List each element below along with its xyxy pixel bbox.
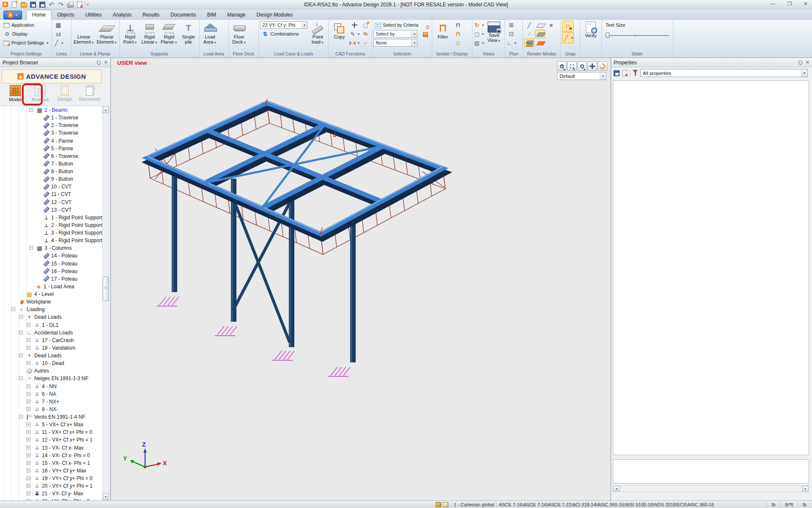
tree-item[interactable]: +⇊20 - VY+ Cf y+ Phi = 1 bbox=[0, 482, 102, 490]
beam-orange-button[interactable] bbox=[535, 39, 545, 47]
ghost-button[interactable]: ▦ bbox=[453, 39, 463, 47]
unit-moment[interactable]: lb*ft bbox=[782, 502, 796, 507]
view-preset-combo[interactable]: Default ▼ bbox=[557, 72, 606, 80]
scroll-down-icon[interactable]: ▼ bbox=[103, 493, 109, 500]
orbit-button[interactable] bbox=[598, 61, 607, 71]
app-logo[interactable]: A bbox=[1, 1, 9, 8]
tree-item[interactable]: 7 - Button bbox=[0, 160, 102, 168]
tree-item[interactable]: 2 - Traverse bbox=[0, 121, 102, 129]
print-icon[interactable] bbox=[66, 1, 74, 8]
expand-icon[interactable]: + bbox=[27, 491, 30, 495]
expand-icon[interactable]: + bbox=[27, 461, 30, 465]
plan-grid2-button[interactable]: ⊡ bbox=[506, 30, 516, 38]
tree-item[interactable]: −▦2 - Beams bbox=[0, 106, 102, 114]
scroll-right-icon[interactable]: ► bbox=[802, 486, 809, 491]
23-vy-cf-y-phi-combo[interactable]: 23 VY- Cf y- Phi▼ bbox=[260, 21, 307, 29]
scroll-left-icon[interactable]: ◄ bbox=[613, 486, 620, 491]
save-view-button[interactable]: Save View▼ bbox=[485, 21, 503, 44]
properties-hscrollbar[interactable]: ◄ ► bbox=[613, 486, 809, 492]
tree-item[interactable]: +⇊10 - Dead bbox=[0, 359, 102, 367]
expand-icon[interactable]: + bbox=[27, 484, 30, 488]
pin-icon[interactable] bbox=[96, 60, 102, 65]
collapse-icon[interactable]: − bbox=[19, 415, 23, 419]
qat-dropdown-icon[interactable]: ▼ bbox=[86, 3, 89, 6]
view-iso-button[interactable]: ▧▼ bbox=[474, 39, 484, 47]
status-model-icon[interactable] bbox=[436, 502, 441, 507]
isolate-grey-button[interactable]: ⊓ bbox=[453, 21, 463, 29]
tree-item[interactable]: −▼Dead Loads bbox=[0, 313, 102, 321]
slider-track[interactable] bbox=[606, 35, 669, 36]
tree-item[interactable]: 1 - Traverse bbox=[0, 114, 102, 121]
report-icon[interactable] bbox=[622, 70, 627, 76]
model-viewport[interactable]: Z Y X USER view Default ▼ bbox=[111, 58, 610, 500]
tree-item[interactable]: +⇊6 - NA bbox=[0, 390, 102, 398]
tree-item[interactable]: 3 - Traverse bbox=[0, 129, 102, 137]
load-area-button[interactable]: Load Area▼ bbox=[201, 21, 219, 45]
solid-cube-button[interactable]: ■ bbox=[546, 21, 556, 29]
plan-grid-button[interactable]: ⊞ bbox=[506, 21, 516, 29]
collapse-icon[interactable]: − bbox=[29, 246, 33, 250]
chevron-down-icon[interactable]: ▼ bbox=[801, 69, 807, 77]
rigid-linear-button[interactable]: Rigid Linear▼ bbox=[140, 21, 159, 45]
display-button[interactable]: ⚙Display bbox=[2, 30, 50, 38]
tree-item[interactable]: 9 - Button bbox=[0, 175, 102, 183]
scrollbar-thumb[interactable] bbox=[103, 276, 109, 301]
chevron-down-icon[interactable]: ▼ bbox=[600, 72, 606, 80]
tab-documents[interactable]: Documents bbox=[165, 10, 202, 20]
tree-item[interactable]: #Workplane bbox=[0, 298, 102, 306]
expand-icon[interactable]: + bbox=[27, 422, 30, 426]
tree-item[interactable]: +⇊19 - VY+ Cf y+ Phi = 0 bbox=[0, 475, 102, 482]
tab-objects[interactable]: Objects bbox=[52, 10, 80, 20]
mirror-button[interactable]: ▼ bbox=[349, 39, 359, 47]
tree-item[interactable]: +⇊15 - VX- Cf x- Phi = 1 bbox=[0, 459, 102, 467]
text-size-slider[interactable]: Text Size bbox=[603, 21, 672, 38]
tab-bim[interactable]: BIM bbox=[202, 10, 222, 20]
expand-icon[interactable]: + bbox=[27, 407, 30, 411]
linear-element-button[interactable]: Linear Element▼ bbox=[73, 21, 95, 45]
tree-item[interactable]: −Vents EN 1991-1-4 NF bbox=[0, 413, 102, 421]
collapse-icon[interactable]: − bbox=[11, 307, 15, 311]
tree-item[interactable]: +⇊1 - DL1 bbox=[0, 321, 102, 329]
expand-icon[interactable]: + bbox=[27, 338, 30, 342]
scroll-up-icon[interactable]: ▲ bbox=[103, 106, 109, 113]
wire-line-button[interactable]: ╱ bbox=[524, 21, 534, 29]
close-panel-icon[interactable]: ✕ bbox=[806, 60, 809, 65]
close-button[interactable]: ✕ bbox=[804, 1, 808, 7]
modify-button[interactable]: ✎▼ bbox=[349, 30, 359, 38]
tree-item[interactable]: 14 - Poteau bbox=[0, 252, 102, 260]
tree-item[interactable]: 11 - CVT bbox=[0, 190, 102, 198]
hidden-line-button[interactable]: ∕ bbox=[524, 30, 534, 38]
single-pile-button[interactable]: TSingle pile bbox=[179, 21, 198, 44]
coordinate-system-label[interactable]: 1 - Cartesian global bbox=[454, 502, 494, 507]
planar-element-button[interactable]: Planar Element▼ bbox=[96, 21, 118, 45]
tree-item[interactable]: −✳Neiges EN 1991-1-3 NF bbox=[0, 375, 102, 382]
none-combo[interactable]: None▼ bbox=[373, 39, 417, 47]
zoom-in-button[interactable] bbox=[557, 61, 567, 71]
pin-icon[interactable] bbox=[798, 60, 803, 65]
new-file-icon[interactable] bbox=[11, 1, 18, 8]
tree-item[interactable]: +⇊16 - VY+ Cf y+ Max bbox=[0, 467, 102, 475]
point-load-button[interactable]: Point load▼ bbox=[308, 21, 327, 45]
tree-item[interactable]: −▼Dead Loads bbox=[0, 352, 102, 359]
tree-item[interactable]: +⇊4 - NN bbox=[0, 383, 102, 390]
copy-button[interactable]: Copy bbox=[330, 21, 348, 39]
tree-item[interactable]: ▦4 - Level bbox=[0, 290, 102, 298]
tree-item[interactable]: ⊥4 - Rigid Point Support bbox=[0, 237, 102, 244]
tree-item[interactable]: 17 - Poteau bbox=[0, 275, 102, 283]
tree-item[interactable]: −∟Accidental Loads bbox=[0, 329, 102, 337]
view-face-button[interactable]: ▢▼ bbox=[474, 30, 484, 38]
collapse-icon[interactable]: − bbox=[19, 353, 23, 357]
tab-utilities[interactable]: Utilities bbox=[80, 10, 107, 20]
application-button[interactable]: Application bbox=[2, 21, 50, 29]
filter-button[interactable]: ⊓Filter bbox=[433, 21, 452, 39]
snap-line-button[interactable]: ╱▼ bbox=[562, 32, 574, 43]
unit-force[interactable]: lb bbox=[769, 502, 778, 507]
collapse-icon[interactable]: − bbox=[19, 315, 23, 319]
tree-item[interactable]: ◆1 - Load Area bbox=[0, 283, 102, 290]
tree-item[interactable]: +⇊14 - VX- Cf x- Phi = 0 bbox=[0, 452, 102, 459]
properties-grid[interactable] bbox=[613, 80, 809, 455]
save-as-icon[interactable] bbox=[38, 1, 46, 8]
redo-icon[interactable]: ↷ bbox=[57, 1, 65, 8]
tree-item[interactable]: +⇊8 - NX- bbox=[0, 406, 102, 413]
collapse-icon[interactable]: − bbox=[19, 331, 23, 334]
